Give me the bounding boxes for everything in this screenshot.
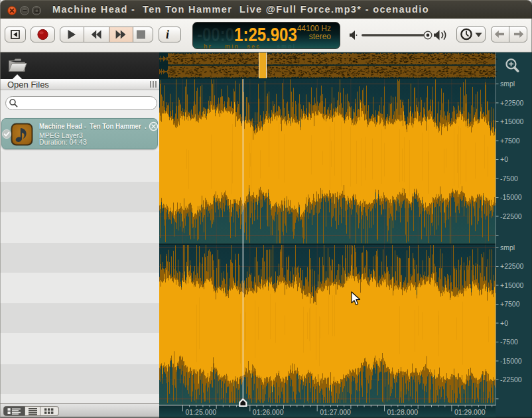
svg-text:+7500: +7500 [500,300,520,308]
svg-text:+22500: +22500 [500,262,523,270]
svg-text:+0: +0 [500,155,508,163]
svg-text:+15000: +15000 [500,281,523,289]
svg-text:01:27.000: 01:27.000 [320,408,351,416]
svg-text:+0: +0 [500,319,508,327]
svg-text:-7500: -7500 [500,174,518,182]
svg-text:+22500: +22500 [500,99,523,107]
svg-text:01:26.000: 01:26.000 [253,408,284,416]
svg-text:-15000: -15000 [500,193,522,201]
svg-text:-22500: -22500 [500,376,522,383]
svg-text:+15000: +15000 [500,117,523,125]
svg-text:-15000: -15000 [500,357,522,365]
svg-text:smpl: smpl [500,244,515,251]
svg-text:01:29.000: 01:29.000 [454,408,486,416]
svg-text:-7500: -7500 [500,338,518,346]
svg-text:01:25.000: 01:25.000 [186,408,217,416]
svg-text:smpl: smpl [500,80,515,88]
svg-text:+7500: +7500 [500,137,520,145]
svg-text:01:28.000: 01:28.000 [387,408,419,416]
svg-text:-22500: -22500 [500,212,522,220]
